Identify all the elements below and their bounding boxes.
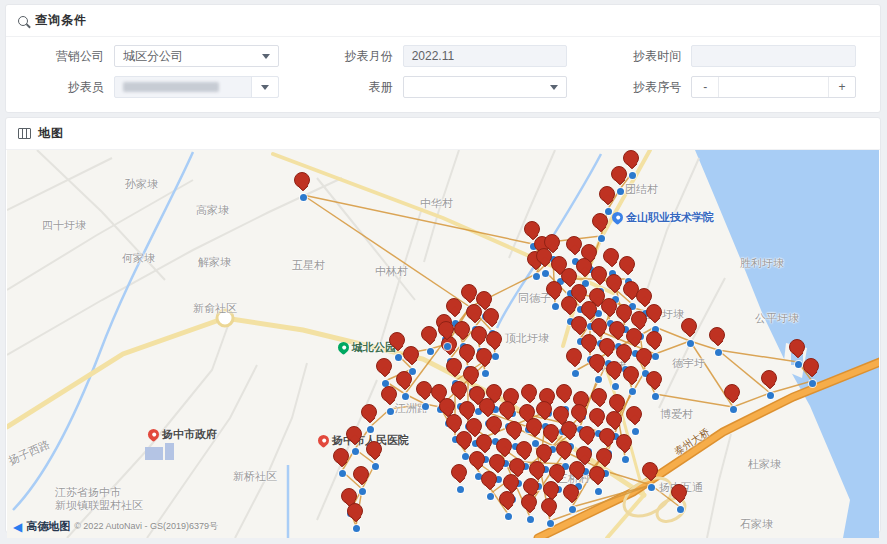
map-label: 中华村 [420,197,453,210]
marker-anchor-dot [598,235,605,242]
poi-name: 金山职业技术学院 [626,210,714,225]
meter-marker-pin[interactable] [498,491,518,517]
marker-anchor-dot [402,393,409,400]
poi-pin-icon [316,433,332,449]
meter-marker-pin[interactable] [565,348,585,374]
meter-marker-pin[interactable] [641,462,661,488]
meter-marker-pin[interactable] [670,484,690,510]
map-canvas[interactable]: 孙家埭四十圩埭高家埭何家埭解家埭五星村中华村中林村新俞社区同德子顶北圩埭团结村胜… [7,150,879,538]
meter-marker-pin[interactable] [375,358,395,384]
marker-anchor-dot [542,270,549,277]
marker-anchor-dot [505,513,512,520]
field-reader: 抄表员 [16,76,279,98]
marker-anchor-dot [622,456,629,463]
meter-marker-pin[interactable] [615,434,635,460]
meter-marker-pin[interactable] [380,386,400,412]
amap-logo-icon: ◀ [13,521,22,533]
street [7,158,112,210]
reader-label: 抄表员 [16,79,104,96]
meter-marker-pin[interactable] [645,304,665,330]
marker-anchor-dot [572,370,579,377]
meter-marker-pin[interactable] [450,464,470,490]
map-poi[interactable]: 扬中市政府 [148,427,217,442]
map-label: 高家埭 [196,204,229,217]
meter-marker-pin[interactable] [760,370,780,396]
field-company: 营销公司 城区分公司 [16,45,279,67]
meter-marker-pin[interactable] [415,381,435,407]
query-panel-header: 查询条件 [6,5,880,37]
marker-anchor-dot [372,463,379,470]
meter-marker-pin[interactable] [622,366,642,392]
seq-input[interactable] [719,77,828,97]
marker-anchor-dot [648,484,655,491]
map-icon [18,128,31,139]
map-poi[interactable]: 金山职业技术学院 [612,210,714,225]
decrement-button[interactable]: - [692,77,719,97]
field-time: 抄表时间 [593,45,856,67]
chevron-down-icon [550,85,558,90]
map-attribution: ◀ 高德地图 © 2022 AutoNavi - GS(2019)6379号 [13,519,218,534]
time-input[interactable] [691,45,856,67]
meter-marker-pin[interactable] [480,471,500,497]
meter-marker-pin[interactable] [437,321,457,347]
marker-anchor-dot [527,516,534,523]
query-panel: 查询条件 营销公司 城区分公司 抄表月份 2022.11 抄表时间 [5,4,881,113]
map-label: 中林村 [375,265,408,278]
marker-anchor-dot [422,403,429,410]
marker-anchor-dot [367,426,374,433]
meter-marker-pin[interactable] [591,213,611,239]
meter-marker-pin[interactable] [625,406,645,432]
poi-pin-icon [336,340,352,356]
marker-anchor-dot [547,520,554,527]
increment-button[interactable]: + [828,77,855,97]
map-panel: 地图 孙家埭四十圩埭高家埭何家埭解家埭五星村中华村中林村新俞社区同德子顶北圩埭团… [5,117,881,533]
meter-marker-pin[interactable] [802,358,822,384]
route-line [303,195,533,244]
field-month: 抄表月份 2022.11 [305,45,568,67]
meter-marker-pin[interactable] [332,448,352,474]
marker-anchor-dot [767,392,774,399]
meter-marker-pin[interactable] [402,346,422,372]
map-label: 德宇圩 [672,357,705,370]
meter-marker-pin[interactable] [365,441,385,467]
building [165,443,174,460]
reader-select[interactable] [114,76,279,98]
seq-label: 抄表序号 [593,79,681,96]
route-line [655,394,733,407]
map-label: 顶北圩埭 [505,332,549,345]
meter-marker-pin[interactable] [645,371,665,397]
marker-anchor-dot [300,194,307,201]
marker-anchor-dot [552,303,559,310]
meter-marker-pin[interactable] [588,466,608,492]
reader-redacted-value [123,82,219,92]
book-label: 表册 [305,79,393,96]
meter-marker-pin[interactable] [708,327,728,353]
field-book: 表册 [305,76,568,98]
company-select[interactable]: 城区分公司 [114,45,279,67]
meter-marker-pin[interactable] [562,484,582,510]
marker-anchor-dot [595,488,602,495]
street [379,208,422,348]
marker-anchor-dot [444,343,451,350]
map-label: 四十圩埭 [42,219,86,232]
marker-anchor-dot [715,349,722,356]
meter-marker-pin[interactable] [598,186,618,212]
book-select[interactable] [403,76,568,98]
marker-anchor-dot [533,273,540,280]
meter-marker-pin[interactable] [540,498,560,524]
map-label: 五星村 [292,259,325,272]
meter-marker-pin[interactable] [520,494,540,520]
month-input[interactable]: 2022.11 [403,45,568,67]
meter-marker-pin[interactable] [680,318,700,344]
map-label: 何家埭 [122,252,155,265]
query-form: 营销公司 城区分公司 抄表月份 2022.11 抄表时间 抄表员 [6,37,880,98]
meter-marker-pin[interactable] [723,384,743,410]
map-label: 胜利圩埭 [740,257,784,270]
street [235,363,307,538]
reader-caret-box[interactable] [251,77,278,97]
route-line [303,195,470,307]
marker-anchor-dot [809,380,816,387]
meter-marker-pin[interactable] [293,172,313,198]
meter-marker-pin[interactable] [346,503,366,529]
marker-anchor-dot [569,506,576,513]
